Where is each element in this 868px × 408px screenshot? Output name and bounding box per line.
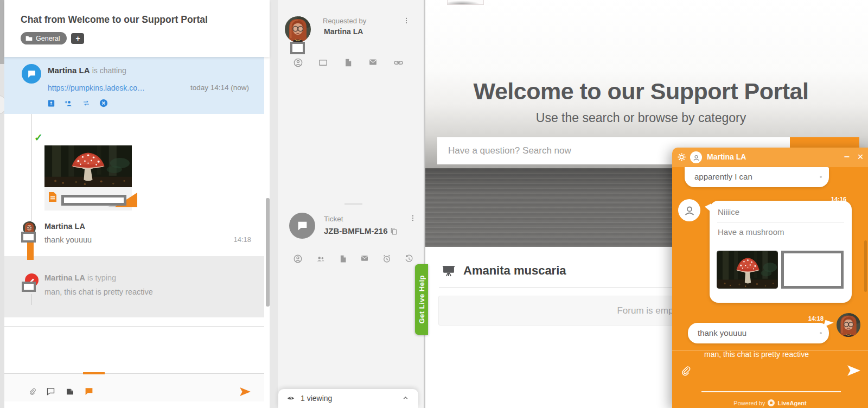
tag-general[interactable]: General bbox=[21, 32, 67, 44]
chat-detail-panel: Chat from Welcome to our Support Portal … bbox=[4, 0, 270, 408]
divider bbox=[717, 222, 844, 223]
widget-footer[interactable]: Powered by LiveAgent bbox=[672, 399, 868, 406]
requester-avatar[interactable] bbox=[285, 16, 311, 42]
stop-chat-icon[interactable] bbox=[99, 98, 108, 108]
viewing-count: 1 viewing bbox=[301, 394, 332, 403]
requester-name[interactable]: Martina LA bbox=[324, 27, 363, 36]
mushroom-image-thumbnail[interactable] bbox=[717, 251, 778, 289]
section-divider bbox=[344, 203, 362, 205]
scrollbar-thumb[interactable] bbox=[266, 198, 270, 307]
brand-name: LiveAgent bbox=[777, 400, 806, 406]
group-icon[interactable] bbox=[315, 254, 326, 264]
visitor-message: thank youuuu bbox=[688, 323, 829, 337]
file-icon[interactable] bbox=[339, 254, 348, 264]
chat-action-icons bbox=[47, 98, 108, 108]
typing-author-line: Martina LA is typing bbox=[44, 273, 116, 282]
annotation-box bbox=[781, 251, 844, 289]
more-options-icon[interactable] bbox=[403, 16, 410, 25]
attachment-message[interactable] bbox=[44, 145, 132, 211]
reply-toolbar bbox=[4, 373, 264, 401]
email-icon[interactable] bbox=[360, 254, 369, 264]
message-author: Martina LA bbox=[44, 222, 85, 231]
add-person-icon[interactable] bbox=[63, 99, 74, 108]
profile-icon[interactable] bbox=[293, 254, 303, 264]
attach-file-icon[interactable] bbox=[680, 365, 691, 377]
message-status-dot bbox=[820, 176, 822, 178]
link-icon[interactable] bbox=[393, 58, 404, 68]
card-icon[interactable] bbox=[318, 58, 328, 68]
input-underline bbox=[701, 391, 841, 392]
ticket-sidebar: Requested by Martina LA Ti bbox=[278, 0, 425, 408]
collapsed-sidebar-edge bbox=[0, 0, 4, 408]
send-message-icon[interactable] bbox=[847, 365, 861, 377]
sidebar-edge-dark bbox=[0, 0, 4, 64]
add-tag-button[interactable]: + bbox=[71, 33, 84, 44]
ticket-label: Ticket bbox=[324, 215, 343, 223]
annotation-box bbox=[290, 42, 305, 54]
agent-presence-icon bbox=[690, 151, 702, 163]
attachment-card[interactable] bbox=[44, 187, 132, 211]
thread-line bbox=[31, 114, 32, 221]
file-icon[interactable] bbox=[343, 58, 353, 68]
get-live-help-button[interactable]: Get Live Help bbox=[415, 264, 428, 335]
delivered-check-icon bbox=[34, 131, 43, 144]
chat-widget: Martina LA – × apparently I can 14:16 Ni… bbox=[672, 148, 868, 408]
chat-reply-tab-icon[interactable] bbox=[46, 387, 56, 396]
chat-header: Chat from Welcome to our Support Portal … bbox=[4, 0, 270, 57]
message-thread: Martina LA thank youuuu 14:18 bbox=[4, 114, 264, 256]
widget-draft-text[interactable]: man, this chat is pretty reactive bbox=[704, 350, 809, 359]
liveagent-app: Chat from Welcome to our Support Portal … bbox=[0, 0, 868, 408]
visitor-avatar bbox=[837, 313, 860, 337]
viewing-card[interactable]: 1 viewing bbox=[278, 389, 418, 408]
portal-heading: Welcome to our Support Portal bbox=[425, 78, 857, 105]
contact-card-icon[interactable] bbox=[47, 99, 56, 108]
history-icon[interactable] bbox=[404, 254, 414, 264]
typing-author: Martina LA bbox=[44, 273, 85, 282]
message-text: thank youuuu bbox=[44, 235, 92, 244]
copy-icon[interactable] bbox=[390, 227, 398, 236]
email-icon[interactable] bbox=[368, 58, 378, 68]
widget-scrollbar-thumb[interactable] bbox=[864, 240, 867, 292]
ticket-action-icons bbox=[293, 254, 414, 264]
attach-file-icon[interactable] bbox=[29, 386, 36, 397]
active-tab-indicator bbox=[83, 372, 105, 374]
category-title[interactable]: Amanita muscaria bbox=[463, 264, 566, 278]
mushroom-image[interactable] bbox=[44, 145, 132, 187]
panel-gutter bbox=[270, 0, 278, 408]
message-status-dot bbox=[820, 332, 822, 334]
close-icon[interactable]: × bbox=[855, 151, 866, 162]
powered-by-label: Powered by bbox=[733, 400, 765, 406]
contact-status: is chatting bbox=[92, 66, 126, 75]
eye-icon bbox=[286, 394, 296, 403]
chevron-up-icon[interactable] bbox=[401, 394, 410, 401]
visitor-message: apparently I can bbox=[685, 167, 829, 181]
forum-board-icon bbox=[442, 265, 456, 277]
ticket-code[interactable]: JZB-BMFLM-216 bbox=[324, 226, 388, 235]
typing-preview-text: man, this chat is pretty reactive bbox=[44, 288, 153, 296]
file-icon bbox=[48, 192, 57, 202]
active-chat-row[interactable]: Martina LA is chatting https://pumpkins.… bbox=[4, 57, 264, 114]
alarm-icon[interactable] bbox=[382, 254, 392, 264]
note-tab-icon[interactable] bbox=[65, 387, 75, 396]
divider bbox=[4, 326, 264, 327]
category-header: Amanita muscaria bbox=[442, 264, 566, 278]
message-time: 14:18 bbox=[808, 315, 824, 322]
widget-header[interactable]: Martina LA – × bbox=[672, 148, 868, 167]
visitor-bubble: thank youuuu bbox=[688, 323, 829, 343]
minimize-icon[interactable]: – bbox=[842, 152, 852, 163]
gear-icon[interactable] bbox=[677, 152, 686, 162]
annotation-box bbox=[61, 195, 126, 206]
annotation-box bbox=[21, 232, 36, 243]
send-message-icon[interactable] bbox=[239, 387, 251, 397]
chat-source-link[interactable]: https://pumpkins.ladesk.co… bbox=[48, 84, 145, 92]
widget-body: apparently I can 14:16 Niiiice Have a mu… bbox=[672, 167, 868, 408]
chat-timestamp: today 14:14 (now) bbox=[190, 84, 249, 92]
widget-agent-name: Martina LA bbox=[707, 152, 746, 161]
chat-contact-line: Martina LA is chatting bbox=[48, 66, 126, 75]
agent-message: Niiiice bbox=[718, 207, 739, 216]
more-options-icon[interactable] bbox=[409, 214, 417, 222]
chat-message-tab-icon[interactable] bbox=[84, 387, 94, 396]
profile-icon[interactable] bbox=[293, 58, 303, 68]
transfer-icon[interactable] bbox=[81, 99, 91, 107]
chat-title: Chat from Welcome to our Support Portal bbox=[21, 14, 208, 25]
